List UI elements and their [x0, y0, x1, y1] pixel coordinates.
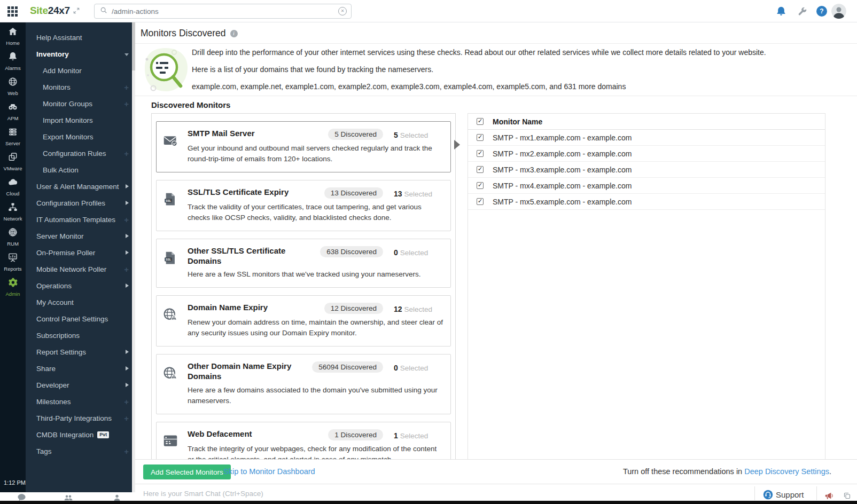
sidebar-item-monitors[interactable]: Monitors+	[26, 79, 135, 96]
table-header-row: Monitor Name	[468, 114, 825, 130]
sidebar-item-control-panel-settings[interactable]: Control Panel Settings	[26, 311, 135, 327]
support-icon[interactable]	[763, 490, 773, 502]
monitor-card-web-defacement[interactable]: Web Defacement 1 Discovered 1Selected Tr…	[156, 422, 451, 459]
plus-icon: +	[124, 99, 129, 108]
help-icon[interactable]: ?	[816, 6, 827, 17]
table-row[interactable]: SMTP - mx3.example.com - example.com	[468, 162, 825, 178]
rail-item-cloud[interactable]: Cloud	[0, 173, 26, 198]
sidebar-item-bulk-action[interactable]: Bulk Action	[26, 162, 135, 178]
discovered-count-pill: 13 Discovered	[324, 187, 383, 199]
skip-to-dashboard-link[interactable]: Skip to Monitor Dashboard	[223, 467, 315, 476]
tools-wrench-icon[interactable]	[797, 6, 807, 19]
sidebar-item-user-alert-management[interactable]: User & Alert Management	[26, 178, 135, 195]
card-title: Domain Name Expiry	[188, 303, 268, 313]
network-icon	[7, 202, 18, 215]
discovered-count-pill: 638 Discovered	[320, 246, 383, 257]
footer-divider	[754, 486, 755, 500]
selected-card-arrow	[454, 140, 460, 149]
info-icon[interactable]: i	[230, 30, 238, 37]
monitor-card-other-domain-name-expiry-domains[interactable]: Other Domain Name Expiry Domains 56094 D…	[156, 354, 451, 414]
site24x7-app: Support Site24x7 ✕ ? HomeAlarmsWebAPMSer…	[0, 0, 857, 504]
rail-item-network[interactable]: Network	[0, 198, 26, 223]
arrow-right-icon	[126, 234, 129, 238]
sidebar-item-operations[interactable]: Operations	[26, 278, 135, 294]
rail-item-server[interactable]: Server	[0, 123, 26, 148]
sidebar-item-share[interactable]: Share	[26, 360, 135, 377]
sidebar-item-add-monitor[interactable]: Add Monitor	[26, 62, 135, 79]
monitor-card-other-ssl-tls-certificate-domains[interactable]: SSL Other SSL/TLS Certificate Domains 63…	[156, 239, 451, 288]
sidebar-item-milestones[interactable]: Milestones+	[26, 393, 135, 410]
sidebar-item-subscriptions[interactable]: Subscriptions	[26, 327, 135, 344]
card-description: Get your inbound and outbound mail serve…	[188, 143, 443, 164]
clear-search-icon[interactable]: ✕	[338, 7, 347, 15]
sidebar-item-configuration-profiles[interactable]: Configuration Profiles	[26, 195, 135, 211]
sidebar-item-on-premise-poller[interactable]: On-Premise Poller	[26, 245, 135, 261]
sidebar-item-my-account[interactable]: My Account	[26, 294, 135, 311]
rail-item-web[interactable]: Web	[0, 73, 26, 98]
sidebar-item-cmdb-integration[interactable]: CMDB IntegrationPvt	[26, 427, 135, 443]
alarms-icon	[7, 51, 18, 64]
sidebar-item-mobile-network-poller[interactable]: Mobile Network Poller+	[26, 261, 135, 278]
sidebar-item-developer[interactable]: Developer	[26, 377, 135, 393]
site24x7-logo[interactable]: Site24x7	[30, 5, 70, 17]
sidebar-item-third-party-integrations[interactable]: Third-Party Integrations+	[26, 410, 135, 427]
top-bar: Site24x7 ✕ ?	[0, 0, 857, 22]
chevron-down-icon	[124, 53, 129, 56]
rail-item-home[interactable]: Home	[0, 22, 26, 48]
row-checkbox[interactable]	[477, 166, 484, 173]
user-avatar[interactable]	[831, 4, 846, 19]
plus-icon: +	[124, 414, 129, 423]
sidebar-item-inventory[interactable]: Inventory	[26, 46, 135, 62]
rail-item-rum[interactable]: RUM	[0, 223, 26, 248]
card-title: SMTP Mail Server	[188, 129, 255, 139]
card-description: Renew your domain address on time, maint…	[188, 317, 443, 338]
row-checkbox[interactable]	[477, 134, 484, 141]
action-bar: Add Selected Monitors Skip to Monitor Da…	[135, 459, 857, 484]
sidebar-item-import-monitors[interactable]: Import Monitors	[26, 112, 135, 129]
support-label[interactable]: Support	[776, 490, 804, 499]
admin-icon	[7, 277, 18, 290]
app-grid-icon[interactable]	[7, 6, 18, 17]
monitor-card-smtp-mail-server[interactable]: SMTP Mail Server 5 Discovered 5Selected …	[156, 121, 451, 172]
sidebar-item-tags[interactable]: Tags+	[26, 443, 135, 460]
search-input[interactable]	[112, 7, 338, 15]
sidebar-scrollbar[interactable]	[132, 22, 135, 492]
sidebar-item-monitor-groups[interactable]: Monitor Groups+	[26, 96, 135, 112]
rail-item-apm[interactable]: APM	[0, 98, 26, 123]
sidebar-item-server-monitor[interactable]: Server Monitor	[26, 228, 135, 245]
monitor-card-ssl-tls-certificate-expiry[interactable]: SSL SSL/TLS Certificate Expiry 13 Discov…	[156, 180, 451, 231]
discovered-count-pill: 1 Discovered	[328, 429, 383, 440]
page-header: Monitors Discoveredi	[135, 22, 857, 44]
sidebar-item-help-assistant[interactable]: Help Assistant	[26, 29, 135, 46]
main-content: Monitors Discoveredi	[135, 22, 857, 459]
sidebar-item-it-automation-templates[interactable]: IT Automation Templates+	[26, 211, 135, 228]
discovered-count-pill: 56094 Discovered	[312, 361, 383, 373]
sidebar-item-report-settings[interactable]: Report Settings	[26, 344, 135, 360]
rail-item-alarms[interactable]: Alarms	[0, 48, 26, 73]
add-selected-monitors-button[interactable]: Add Selected Monitors	[143, 464, 231, 479]
table-row[interactable]: SMTP - mx4.example.com - example.com	[468, 178, 825, 194]
deep-discovery-settings-link[interactable]: Deep Discovery Settings	[744, 467, 829, 476]
reports-icon	[7, 252, 18, 265]
rail-item-vmware[interactable]: VMware	[0, 148, 26, 173]
server-icon	[7, 127, 18, 139]
select-all-checkbox[interactable]	[477, 118, 484, 125]
rail-item-admin[interactable]: Admin	[0, 273, 26, 298]
notifications-bell-icon[interactable]	[776, 6, 786, 19]
sidebar-item-configuration-rules[interactable]: Configuration Rules+	[26, 145, 135, 162]
table-row[interactable]: SMTP - mx1.example.com - example.com	[468, 130, 825, 146]
monitor-name-table: Monitor Name SMTP - mx1.example.com - ex…	[468, 113, 825, 459]
admin-sidebar: Help AssistantInventoryAdd MonitorMonito…	[26, 22, 135, 492]
row-checkbox[interactable]	[477, 198, 484, 205]
row-checkbox[interactable]	[477, 182, 484, 189]
table-row[interactable]: SMTP - mx2.example.com - example.com	[468, 146, 825, 162]
discovery-magnifier-illustration	[142, 45, 191, 96]
expand-icon[interactable]	[73, 7, 80, 17]
monitor-card-domain-name-expiry[interactable]: Domain Name Expiry 12 Discovered 12Selec…	[156, 295, 451, 346]
table-row[interactable]: SMTP - mx5.example.com - example.com	[468, 194, 825, 210]
rail-item-reports[interactable]: Reports	[0, 248, 26, 273]
monitor-name: SMTP - mx3.example.com - example.com	[493, 166, 632, 174]
sidebar-item-export-monitors[interactable]: Export Monitors	[26, 129, 135, 145]
smart-chat-input[interactable]	[143, 486, 517, 501]
row-checkbox[interactable]	[477, 150, 484, 157]
